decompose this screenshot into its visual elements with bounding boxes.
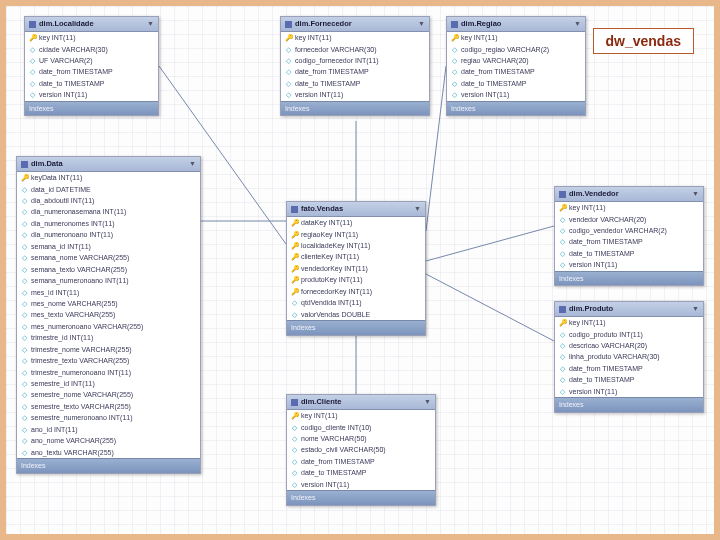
column-row[interactable]: 🔑produtoKey INT(11) [287, 274, 425, 285]
column-row[interactable]: ◇codigo_cliente INT(10) [287, 422, 435, 433]
column-row[interactable]: ◇data_id DATETIME [17, 184, 200, 195]
column-row[interactable]: ◇date_from TIMESTAMP [25, 66, 158, 77]
column-row[interactable]: 🔑key INT(11) [25, 32, 158, 43]
chevron-down-icon[interactable]: ▼ [418, 19, 425, 28]
table-dimFornecedor[interactable]: dim.Fornecedor▼🔑key INT(11)◇fornecedor V… [280, 16, 430, 116]
column-row[interactable]: ◇linha_produto VARCHAR(30) [555, 351, 703, 362]
column-row[interactable]: ◇dia_numeronoano INT(11) [17, 229, 200, 240]
indexes-footer[interactable]: Indexes [555, 397, 703, 411]
table-header[interactable]: dim.Produto▼ [555, 302, 703, 317]
column-row[interactable]: 🔑key INT(11) [447, 32, 585, 43]
column-row[interactable]: ◇descricao VARCHAR(20) [555, 340, 703, 351]
chevron-down-icon[interactable]: ▼ [424, 397, 431, 406]
column-row[interactable]: 🔑vendedorKey INT(11) [287, 263, 425, 274]
column-row[interactable]: ◇dia_abdoutil INT(11) [17, 195, 200, 206]
column-row[interactable]: 🔑fornecedorKey INT(11) [287, 286, 425, 297]
indexes-footer[interactable]: Indexes [25, 101, 158, 115]
table-header[interactable]: dim.Data▼ [17, 157, 200, 172]
column-row[interactable]: 🔑key INT(11) [287, 410, 435, 421]
column-row[interactable]: ◇date_from TIMESTAMP [281, 66, 429, 77]
table-dimRegiao[interactable]: dim.Regiao▼🔑key INT(11)◇codigo_regiao VA… [446, 16, 586, 116]
column-row[interactable]: 🔑key INT(11) [555, 317, 703, 328]
column-row[interactable]: ◇UF VARCHAR(2) [25, 55, 158, 66]
column-row[interactable]: 🔑clienteKey INT(11) [287, 251, 425, 262]
column-row[interactable]: ◇trimestre_numeronoano INT(11) [17, 367, 200, 378]
chevron-down-icon[interactable]: ▼ [692, 189, 699, 198]
column-row[interactable]: ◇ano_id INT(11) [17, 424, 200, 435]
column-row[interactable]: ◇trimestre_nome VARCHAR(255) [17, 344, 200, 355]
column-row[interactable]: ◇nome VARCHAR(50) [287, 433, 435, 444]
column-row[interactable]: ◇codigo_vendedor VARCHAR(2) [555, 225, 703, 236]
column-row[interactable]: ◇codigo_regiao VARCHAR(2) [447, 44, 585, 55]
column-row[interactable]: ◇fornecedor VARCHAR(30) [281, 44, 429, 55]
column-row[interactable]: ◇version INT(11) [287, 479, 435, 490]
column-row[interactable]: ◇date_to TIMESTAMP [555, 374, 703, 385]
table-dimLocalidade[interactable]: dim.Localidade▼🔑key INT(11)◇cidade VARCH… [24, 16, 159, 116]
column-row[interactable]: ◇dia_numeronomes INT(11) [17, 218, 200, 229]
table-header[interactable]: dim.Localidade▼ [25, 17, 158, 32]
column-row[interactable]: ◇version INT(11) [555, 386, 703, 397]
column-row[interactable]: 🔑key INT(11) [555, 202, 703, 213]
column-row[interactable]: ◇cidade VARCHAR(30) [25, 44, 158, 55]
column-row[interactable]: ◇date_from TIMESTAMP [287, 456, 435, 467]
indexes-footer[interactable]: Indexes [17, 458, 200, 472]
table-header[interactable]: fato.Vendas▼ [287, 202, 425, 217]
column-row[interactable]: ◇date_to TIMESTAMP [287, 467, 435, 478]
column-row[interactable]: ◇semestre_numeronoano INT(11) [17, 412, 200, 423]
column-row[interactable]: ◇codigo_fornecedor INT(11) [281, 55, 429, 66]
column-row[interactable]: ◇version INT(11) [281, 89, 429, 100]
table-dimProduto[interactable]: dim.Produto▼🔑key INT(11)◇codigo_produto … [554, 301, 704, 413]
column-row[interactable]: ◇trimestre_texto VARCHAR(255) [17, 355, 200, 366]
column-row[interactable]: ◇ano_textu VARCHAR(255) [17, 447, 200, 458]
column-row[interactable]: ◇semestre_id INT(11) [17, 378, 200, 389]
column-row[interactable]: 🔑keyData INT(11) [17, 172, 200, 183]
table-header[interactable]: dim.Cliente▼ [287, 395, 435, 410]
column-row[interactable]: ◇valorVendas DOUBLE [287, 309, 425, 320]
column-row[interactable]: ◇date_from TIMESTAMP [555, 236, 703, 247]
chevron-down-icon[interactable]: ▼ [692, 304, 699, 313]
column-row[interactable]: ◇version INT(11) [555, 259, 703, 270]
table-header[interactable]: dim.Fornecedor▼ [281, 17, 429, 32]
column-row[interactable]: 🔑key INT(11) [281, 32, 429, 43]
column-row[interactable]: ◇vendedor VARCHAR(20) [555, 214, 703, 225]
table-fatoVendas[interactable]: fato.Vendas▼🔑dataKey INT(11)🔑regiaoKey I… [286, 201, 426, 336]
chevron-down-icon[interactable]: ▼ [574, 19, 581, 28]
column-row[interactable]: ◇dia_numeronasemana INT(11) [17, 206, 200, 217]
column-row[interactable]: ◇semana_id INT(11) [17, 241, 200, 252]
column-row[interactable]: ◇mes_id INT(11) [17, 287, 200, 298]
column-row[interactable]: ◇semana_numeronoano INT(11) [17, 275, 200, 286]
column-row[interactable]: ◇estado_civil VARCHAR(50) [287, 444, 435, 455]
column-row[interactable]: ◇semana_nome VARCHAR(255) [17, 252, 200, 263]
column-row[interactable]: ◇codigo_produto INT(11) [555, 329, 703, 340]
column-row[interactable]: ◇date_to TIMESTAMP [447, 78, 585, 89]
column-row[interactable]: ◇version INT(11) [25, 89, 158, 100]
column-row[interactable]: ◇ano_nome VARCHAR(255) [17, 435, 200, 446]
table-dimVendedor[interactable]: dim.Vendedor▼🔑key INT(11)◇vendedor VARCH… [554, 186, 704, 286]
column-row[interactable]: ◇date_to TIMESTAMP [25, 78, 158, 89]
indexes-footer[interactable]: Indexes [555, 271, 703, 285]
indexes-footer[interactable]: Indexes [447, 101, 585, 115]
column-row[interactable]: ◇version INT(11) [447, 89, 585, 100]
chevron-down-icon[interactable]: ▼ [189, 159, 196, 168]
column-row[interactable]: ◇regiao VARCHAR(20) [447, 55, 585, 66]
column-row[interactable]: ◇date_to TIMESTAMP [555, 248, 703, 259]
column-row[interactable]: ◇date_from TIMESTAMP [555, 363, 703, 374]
chevron-down-icon[interactable]: ▼ [147, 19, 154, 28]
indexes-footer[interactable]: Indexes [287, 320, 425, 334]
column-row[interactable]: 🔑regiaoKey INT(11) [287, 229, 425, 240]
column-row[interactable]: ◇date_to TIMESTAMP [281, 78, 429, 89]
chevron-down-icon[interactable]: ▼ [414, 204, 421, 213]
column-row[interactable]: ◇date_from TIMESTAMP [447, 66, 585, 77]
column-row[interactable]: ◇semestre_texto VARCHAR(255) [17, 401, 200, 412]
column-row[interactable]: 🔑localidadeKey INT(11) [287, 240, 425, 251]
indexes-footer[interactable]: Indexes [281, 101, 429, 115]
column-row[interactable]: 🔑dataKey INT(11) [287, 217, 425, 228]
column-row[interactable]: ◇semestre_nome VARCHAR(255) [17, 389, 200, 400]
column-row[interactable]: ◇trimestre_id INT(11) [17, 332, 200, 343]
table-header[interactable]: dim.Vendedor▼ [555, 187, 703, 202]
column-row[interactable]: ◇semana_texto VARCHAR(255) [17, 264, 200, 275]
column-row[interactable]: ◇mes_nome VARCHAR(255) [17, 298, 200, 309]
column-row[interactable]: ◇mes_numeronoano VARCHAR(255) [17, 321, 200, 332]
table-header[interactable]: dim.Regiao▼ [447, 17, 585, 32]
column-row[interactable]: ◇mes_texto VARCHAR(255) [17, 309, 200, 320]
